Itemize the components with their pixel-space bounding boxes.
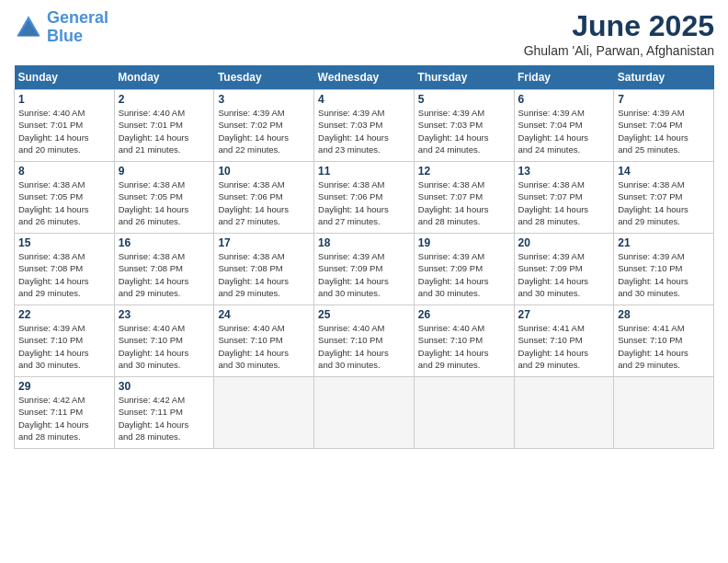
day-detail: Sunrise: 4:38 AMSunset: 7:07 PMDaylight:… xyxy=(518,178,610,227)
day-detail: Sunrise: 4:41 AMSunset: 7:10 PMDaylight:… xyxy=(618,322,710,371)
day-number: 3 xyxy=(218,93,310,106)
table-row: 10Sunrise: 4:38 AMSunset: 7:06 PMDayligh… xyxy=(214,162,314,234)
table-row: 21Sunrise: 4:39 AMSunset: 7:10 PMDayligh… xyxy=(614,234,714,305)
table-row xyxy=(614,377,714,449)
day-detail: Sunrise: 4:40 AMSunset: 7:10 PMDaylight:… xyxy=(218,322,310,371)
day-detail: Sunrise: 4:42 AMSunset: 7:11 PMDaylight:… xyxy=(18,394,110,442)
week-row-1: 1Sunrise: 4:40 AMSunset: 7:01 PMDaylight… xyxy=(15,90,714,162)
table-row: 3Sunrise: 4:39 AMSunset: 7:02 PMDaylight… xyxy=(214,90,314,162)
header-sunday: Sunday xyxy=(15,65,115,90)
header-thursday: Thursday xyxy=(414,65,514,90)
week-row-4: 22Sunrise: 4:39 AMSunset: 7:10 PMDayligh… xyxy=(15,305,714,377)
table-row: 22Sunrise: 4:39 AMSunset: 7:10 PMDayligh… xyxy=(15,305,115,377)
logo-line2: Blue xyxy=(47,27,83,45)
day-detail: Sunrise: 4:39 AMSunset: 7:04 PMDaylight:… xyxy=(618,107,710,155)
header-wednesday: Wednesday xyxy=(314,65,415,90)
header-tuesday: Tuesday xyxy=(214,65,314,90)
day-number: 6 xyxy=(518,93,610,106)
table-row: 18Sunrise: 4:39 AMSunset: 7:09 PMDayligh… xyxy=(314,234,415,305)
table-row xyxy=(514,377,614,449)
day-number: 23 xyxy=(119,308,210,321)
day-detail: Sunrise: 4:38 AMSunset: 7:07 PMDaylight:… xyxy=(618,178,710,227)
logo: General Blue xyxy=(14,9,108,46)
table-row: 23Sunrise: 4:40 AMSunset: 7:10 PMDayligh… xyxy=(114,305,214,377)
table-row: 19Sunrise: 4:39 AMSunset: 7:09 PMDayligh… xyxy=(414,234,514,305)
day-detail: Sunrise: 4:38 AMSunset: 7:06 PMDaylight:… xyxy=(318,178,410,227)
page: General Blue June 2025 Ghulam 'Ali, Parw… xyxy=(0,0,728,458)
day-detail: Sunrise: 4:41 AMSunset: 7:10 PMDaylight:… xyxy=(518,322,610,371)
table-row xyxy=(314,377,415,449)
day-number: 26 xyxy=(418,308,510,321)
day-number: 29 xyxy=(18,380,110,393)
day-detail: Sunrise: 4:40 AMSunset: 7:10 PMDaylight:… xyxy=(119,322,210,371)
day-detail: Sunrise: 4:39 AMSunset: 7:09 PMDaylight:… xyxy=(418,250,510,299)
day-detail: Sunrise: 4:38 AMSunset: 7:07 PMDaylight:… xyxy=(418,178,510,227)
day-number: 12 xyxy=(418,165,510,178)
day-number: 19 xyxy=(418,236,510,249)
day-detail: Sunrise: 4:40 AMSunset: 7:10 PMDaylight:… xyxy=(318,322,410,371)
day-detail: Sunrise: 4:38 AMSunset: 7:08 PMDaylight:… xyxy=(119,250,210,299)
table-row: 14Sunrise: 4:38 AMSunset: 7:07 PMDayligh… xyxy=(614,162,714,234)
table-row: 9Sunrise: 4:38 AMSunset: 7:05 PMDaylight… xyxy=(114,162,214,234)
table-row: 4Sunrise: 4:39 AMSunset: 7:03 PMDaylight… xyxy=(314,90,415,162)
day-number: 17 xyxy=(218,236,310,249)
table-row: 16Sunrise: 4:38 AMSunset: 7:08 PMDayligh… xyxy=(114,234,214,305)
day-detail: Sunrise: 4:39 AMSunset: 7:03 PMDaylight:… xyxy=(418,107,510,155)
table-row: 13Sunrise: 4:38 AMSunset: 7:07 PMDayligh… xyxy=(514,162,614,234)
header-friday: Friday xyxy=(514,65,614,90)
day-number: 30 xyxy=(119,380,210,393)
day-number: 27 xyxy=(518,308,610,321)
day-number: 11 xyxy=(318,165,410,178)
header: General Blue June 2025 Ghulam 'Ali, Parw… xyxy=(14,9,714,58)
table-row xyxy=(414,377,514,449)
day-detail: Sunrise: 4:39 AMSunset: 7:04 PMDaylight:… xyxy=(518,107,610,155)
day-number: 14 xyxy=(618,165,710,178)
day-number: 21 xyxy=(618,236,710,249)
logo-line1: General xyxy=(47,8,108,27)
day-number: 20 xyxy=(518,236,610,249)
day-number: 8 xyxy=(18,165,110,178)
day-number: 5 xyxy=(418,93,510,106)
calendar-table: Sunday Monday Tuesday Wednesday Thursday… xyxy=(14,65,714,449)
day-detail: Sunrise: 4:39 AMSunset: 7:09 PMDaylight:… xyxy=(518,250,610,299)
table-row: 2Sunrise: 4:40 AMSunset: 7:01 PMDaylight… xyxy=(114,90,214,162)
table-row: 7Sunrise: 4:39 AMSunset: 7:04 PMDaylight… xyxy=(614,90,714,162)
month-title: June 2025 xyxy=(524,9,714,43)
table-row: 6Sunrise: 4:39 AMSunset: 7:04 PMDaylight… xyxy=(514,90,614,162)
location-title: Ghulam 'Ali, Parwan, Afghanistan xyxy=(524,43,714,58)
day-number: 25 xyxy=(318,308,410,321)
day-number: 2 xyxy=(119,93,210,106)
day-detail: Sunrise: 4:39 AMSunset: 7:09 PMDaylight:… xyxy=(318,250,410,299)
day-number: 7 xyxy=(618,93,710,106)
header-saturday: Saturday xyxy=(614,65,714,90)
table-row xyxy=(214,377,314,449)
day-number: 15 xyxy=(18,236,110,249)
day-detail: Sunrise: 4:39 AMSunset: 7:02 PMDaylight:… xyxy=(218,107,310,155)
week-row-5: 29Sunrise: 4:42 AMSunset: 7:11 PMDayligh… xyxy=(15,377,714,449)
day-detail: Sunrise: 4:38 AMSunset: 7:08 PMDaylight:… xyxy=(18,250,110,299)
table-row: 1Sunrise: 4:40 AMSunset: 7:01 PMDaylight… xyxy=(15,90,115,162)
day-detail: Sunrise: 4:40 AMSunset: 7:10 PMDaylight:… xyxy=(418,322,510,371)
day-number: 9 xyxy=(119,165,210,178)
week-row-3: 15Sunrise: 4:38 AMSunset: 7:08 PMDayligh… xyxy=(15,234,714,305)
day-number: 10 xyxy=(218,165,310,178)
table-row: 27Sunrise: 4:41 AMSunset: 7:10 PMDayligh… xyxy=(514,305,614,377)
table-row: 17Sunrise: 4:38 AMSunset: 7:08 PMDayligh… xyxy=(214,234,314,305)
header-monday: Monday xyxy=(114,65,214,90)
table-row: 11Sunrise: 4:38 AMSunset: 7:06 PMDayligh… xyxy=(314,162,415,234)
table-row: 12Sunrise: 4:38 AMSunset: 7:07 PMDayligh… xyxy=(414,162,514,234)
title-area: June 2025 Ghulam 'Ali, Parwan, Afghanist… xyxy=(524,9,714,58)
day-number: 18 xyxy=(318,236,410,249)
table-row: 25Sunrise: 4:40 AMSunset: 7:10 PMDayligh… xyxy=(314,305,415,377)
table-row: 24Sunrise: 4:40 AMSunset: 7:10 PMDayligh… xyxy=(214,305,314,377)
day-detail: Sunrise: 4:40 AMSunset: 7:01 PMDaylight:… xyxy=(119,107,210,155)
table-row: 5Sunrise: 4:39 AMSunset: 7:03 PMDaylight… xyxy=(414,90,514,162)
day-number: 16 xyxy=(119,236,210,249)
day-detail: Sunrise: 4:39 AMSunset: 7:03 PMDaylight:… xyxy=(318,107,410,155)
table-row: 15Sunrise: 4:38 AMSunset: 7:08 PMDayligh… xyxy=(15,234,115,305)
logo-text: General Blue xyxy=(47,9,108,46)
day-detail: Sunrise: 4:39 AMSunset: 7:10 PMDaylight:… xyxy=(18,322,110,371)
day-number: 13 xyxy=(518,165,610,178)
day-detail: Sunrise: 4:38 AMSunset: 7:08 PMDaylight:… xyxy=(218,250,310,299)
day-detail: Sunrise: 4:42 AMSunset: 7:11 PMDaylight:… xyxy=(119,394,210,442)
